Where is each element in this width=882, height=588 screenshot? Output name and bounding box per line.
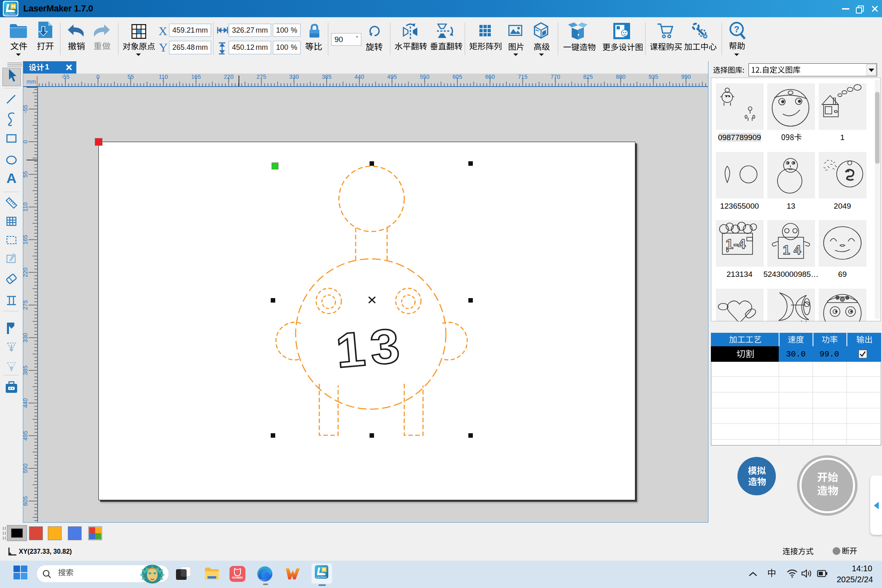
svg-text:165: 165 <box>191 74 201 80</box>
svg-text:55: 55 <box>23 171 29 178</box>
svg-text:825: 825 <box>583 74 593 80</box>
svg-text:275: 275 <box>256 74 266 80</box>
svg-text:0: 0 <box>23 140 29 143</box>
svg-text:0: 0 <box>96 74 100 80</box>
svg-text:LaserMaker: LaserMaker <box>4 13 16 15</box>
svg-text:605: 605 <box>23 496 29 506</box>
svg-text:330: 330 <box>23 333 29 343</box>
svg-text:220: 220 <box>23 267 29 277</box>
svg-text:440: 440 <box>354 74 364 80</box>
svg-text:495: 495 <box>23 431 29 441</box>
svg-text:LaserMaker: LaserMaker <box>316 576 327 578</box>
svg-text:495: 495 <box>387 74 397 80</box>
svg-text:110: 110 <box>23 203 29 212</box>
svg-text:935: 935 <box>648 74 658 80</box>
svg-text:550: 550 <box>420 74 430 80</box>
svg-text:715: 715 <box>518 74 528 80</box>
svg-text:550: 550 <box>23 463 29 473</box>
svg-text:385: 385 <box>322 74 332 80</box>
svg-text:880: 880 <box>616 74 626 80</box>
svg-text:HUAWEI: HUAWEI <box>232 576 243 579</box>
svg-text:275: 275 <box>23 300 29 310</box>
svg-text:165: 165 <box>23 235 29 245</box>
svg-text:110: 110 <box>159 74 168 80</box>
svg-text:385: 385 <box>23 365 29 375</box>
svg-text:1 4: 1 4 <box>783 243 801 257</box>
svg-text:440: 440 <box>23 398 29 408</box>
svg-text:55: 55 <box>127 74 134 80</box>
svg-text:660: 660 <box>485 74 495 80</box>
svg-text:990: 990 <box>681 74 691 80</box>
svg-text:220: 220 <box>224 74 234 80</box>
svg-text:605: 605 <box>452 74 462 80</box>
svg-text:?: ? <box>734 24 739 34</box>
svg-text:A: A <box>7 170 17 186</box>
svg-text:-55: -55 <box>23 105 29 113</box>
svg-text:330: 330 <box>289 74 299 80</box>
svg-text:770: 770 <box>550 74 560 80</box>
svg-text:mm: mm <box>27 78 36 85</box>
svg-text:1-4: 1-4 <box>726 236 746 252</box>
svg-text:-55: -55 <box>61 74 69 80</box>
